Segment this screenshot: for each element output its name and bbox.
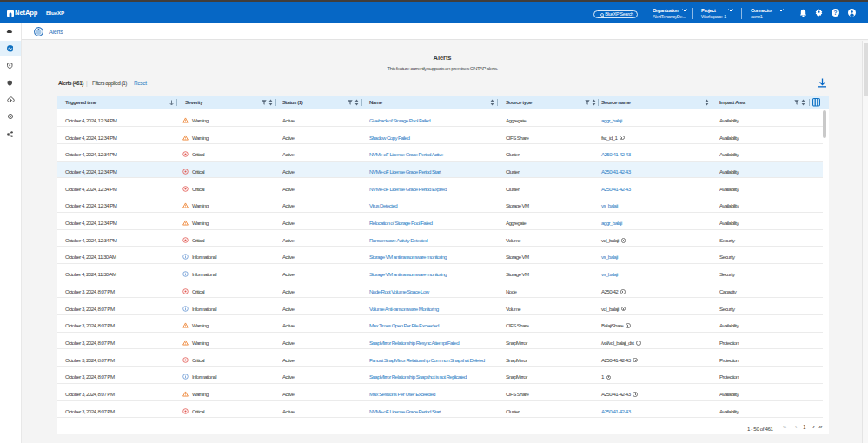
- svg-text:?: ?: [834, 10, 838, 16]
